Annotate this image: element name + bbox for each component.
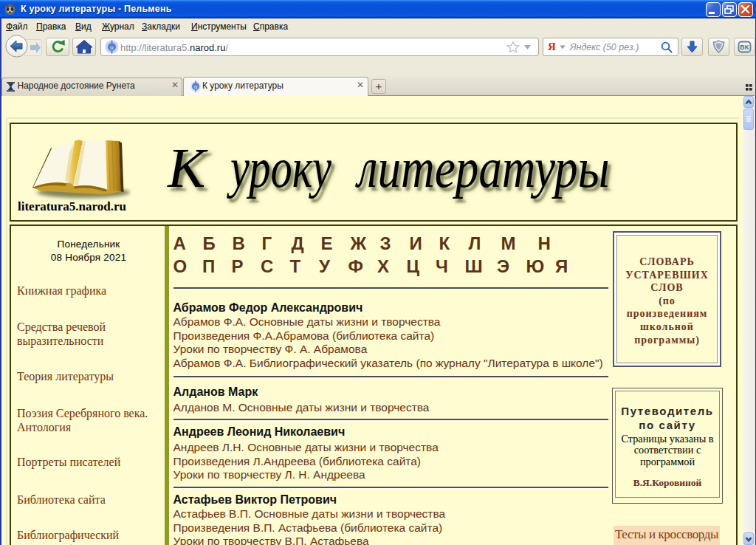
svg-text:u: u bbox=[194, 83, 197, 90]
svg-text:BK: BK bbox=[740, 44, 749, 51]
svg-text:u: u bbox=[110, 44, 113, 51]
